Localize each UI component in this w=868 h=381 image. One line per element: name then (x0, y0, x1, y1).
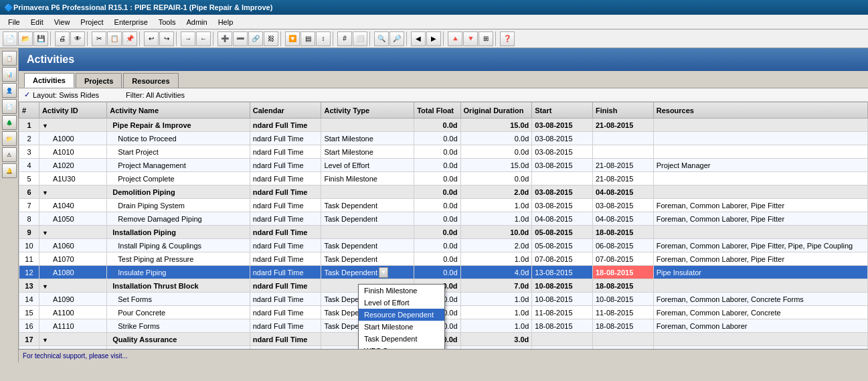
table-row[interactable]: 11A1070Test Piping at Pressurendard Full… (19, 252, 868, 266)
dropdown-item[interactable]: Finish Milestone (359, 285, 444, 297)
preview-btn[interactable]: 👁 (70, 31, 85, 46)
tab-resources[interactable]: Resources (123, 73, 178, 88)
help-btn[interactable]: ❓ (500, 31, 515, 46)
menu-view[interactable]: View (49, 17, 76, 27)
copy-btn[interactable]: 📋 (107, 31, 122, 46)
cell-actid: A1070 (39, 252, 106, 266)
menu-edit[interactable]: Edit (25, 17, 49, 27)
expand-icon[interactable]: ▼ (42, 230, 48, 236)
sidebar-resources[interactable]: 👤 (2, 83, 17, 98)
cell-actname: Insulate Piping (107, 266, 250, 279)
sidebar-wbs[interactable]: 🌲 (2, 115, 17, 130)
menu-file[interactable]: File (3, 17, 25, 27)
open-btn[interactable]: 📂 (18, 31, 33, 46)
table-row[interactable]: 5A1U30Project Completendard Full TimeFin… (19, 172, 868, 185)
cell-start: 03-08-2015 (532, 145, 593, 159)
dropdown-item[interactable]: Level of Effort (359, 297, 444, 309)
table-row[interactable]: 12A1080Insulate Pipingndard Full TimeTas… (19, 266, 868, 279)
indent-btn[interactable]: → (181, 31, 195, 46)
dropdown-item[interactable]: Task Dependent (359, 333, 444, 345)
menu-enterprise[interactable]: Enterprise (109, 17, 153, 27)
table-row[interactable]: 9▼Installation Pipingndard Full Time0.0d… (19, 226, 868, 239)
table-row[interactable]: 1▼Pipe Repair & Improvendard Full Time0.… (19, 119, 868, 132)
activity-type-dropdown[interactable]: Finish MilestoneLevel of EffortResource … (358, 284, 445, 349)
save-btn[interactable]: 💾 (33, 31, 48, 46)
outdent-btn[interactable]: ← (196, 31, 211, 46)
cell-cal: ndard Full Time (250, 119, 321, 132)
cell-acttype[interactable]: Task Dependent▼ (321, 266, 414, 279)
expand-icon[interactable]: ▼ (42, 283, 48, 290)
tab-activities[interactable]: Activities (24, 73, 74, 88)
cell-acttype: Task Dependent (321, 252, 414, 266)
filter-btn[interactable]: 🔽 (285, 31, 300, 46)
cell-start: 05-08-2015 (532, 239, 593, 252)
menu-project[interactable]: Project (75, 17, 108, 27)
redo-btn[interactable]: ↪ (159, 31, 174, 46)
sidebar-gantt[interactable]: 📊 (2, 67, 17, 82)
sep5 (213, 31, 215, 46)
expand-icon[interactable]: ▼ (42, 123, 48, 129)
dropdown-item[interactable]: Start Milestone (359, 321, 444, 333)
layout-btn[interactable]: ⬜ (353, 31, 367, 46)
dropdown-item[interactable]: Resource Dependent (359, 309, 444, 321)
header-finish: Finish (593, 102, 654, 119)
cell-num: 7 (19, 199, 39, 212)
cut-btn[interactable]: ✂ (92, 31, 106, 46)
cell-acttype: Task Dependent (321, 212, 414, 226)
expand-icon[interactable]: ▼ (42, 337, 48, 344)
menu-help[interactable]: Help (213, 17, 239, 27)
table-row[interactable]: 6▼Demolition Pipingndard Full Time0.0d2.… (19, 185, 868, 199)
table-row[interactable]: 10A1060Install Piping & Couplingsndard F… (19, 239, 868, 252)
unlink-btn[interactable]: ⛓ (264, 31, 278, 46)
cell-num: 1 (19, 119, 39, 132)
cell-start: 05-08-2015 (532, 226, 593, 239)
cell-tf: 0.0d (414, 226, 460, 239)
prev-btn[interactable]: ◀ (411, 31, 426, 46)
cell-res: Project Manager (653, 159, 867, 172)
cell-res (653, 132, 867, 145)
table-row[interactable]: 2A1000Notice to Proceedndard Full TimeSt… (19, 132, 868, 145)
cell-cal: ndard Full Time (250, 185, 321, 199)
group-btn[interactable]: ▤ (300, 31, 315, 46)
sep8 (369, 31, 372, 46)
undo-btn[interactable]: ↩ (144, 31, 159, 46)
acttype-dropdown-btn[interactable]: ▼ (379, 267, 388, 278)
delete-btn[interactable]: ➖ (233, 31, 248, 46)
columns-btn[interactable]: # (337, 31, 352, 46)
sep11 (495, 31, 498, 46)
sidebar-reports[interactable]: 📄 (2, 99, 17, 114)
fit-btn[interactable]: ⊞ (479, 31, 493, 46)
expand-icon[interactable]: ▼ (42, 189, 48, 196)
status-text: For technical support, please visit... (23, 352, 128, 360)
zoom-in-btn[interactable]: 🔺 (448, 31, 462, 46)
dropdown-item[interactable]: WBS Summary (359, 345, 444, 349)
link-btn[interactable]: 🔗 (248, 31, 263, 46)
table-row[interactable]: 3A1010Start Projectndard Full TimeStart … (19, 145, 868, 159)
activities-header: Activities (19, 48, 868, 71)
tab-projects[interactable]: Projects (76, 73, 122, 88)
menu-admin[interactable]: Admin (181, 17, 212, 27)
cell-num: 4 (19, 159, 39, 172)
sort-btn[interactable]: ↕ (316, 31, 331, 46)
sidebar-issues[interactable]: 🔔 (2, 163, 17, 178)
cell-actname: Project Complete (107, 172, 250, 185)
print-btn[interactable]: 🖨 (55, 31, 70, 46)
cell-num: 2 (19, 132, 39, 145)
sidebar-projects[interactable]: 📁 (2, 131, 17, 146)
search-btn[interactable]: 🔍 (374, 31, 389, 46)
menu-tools[interactable]: Tools (153, 17, 181, 27)
table-row[interactable]: 8A1050Remove Damaged Pipingndard Full Ti… (19, 212, 868, 226)
find-btn[interactable]: 🔎 (389, 31, 404, 46)
add-activity-btn[interactable]: ➕ (218, 31, 232, 46)
paste-btn[interactable]: 📌 (122, 31, 137, 46)
new-btn[interactable]: 📄 (3, 31, 17, 46)
cell-finish: 03-08-2015 (593, 199, 654, 212)
table-row[interactable]: 7A1040Drain Piping Systemndard Full Time… (19, 199, 868, 212)
sidebar-risks[interactable]: ⚠ (2, 147, 17, 162)
table-row[interactable]: 4A1020Project Managementndard Full TimeL… (19, 159, 868, 172)
next-btn[interactable]: ▶ (426, 31, 441, 46)
cell-start: 10-08-2015 (532, 279, 593, 293)
table-area: ✓ Layout: Swiss Rides Filter: All Activi… (19, 88, 868, 349)
sidebar-activities[interactable]: 📋 (2, 51, 17, 66)
zoom-out-btn[interactable]: 🔻 (463, 31, 478, 46)
